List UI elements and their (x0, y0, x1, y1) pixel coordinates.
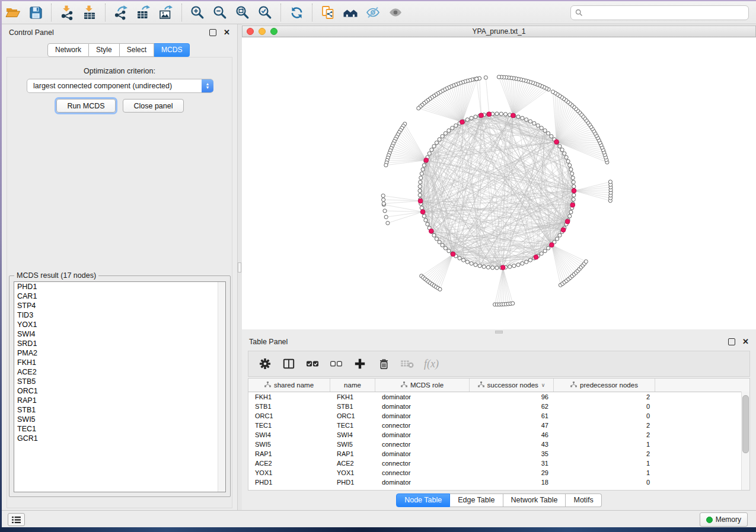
cell-mcds_role[interactable]: dominator (375, 431, 470, 438)
cell-name[interactable]: STB1 (330, 403, 375, 410)
cell-successor_nodes[interactable]: 35 (470, 450, 554, 457)
mcds-result-item[interactable]: TEC1 (14, 424, 225, 434)
float-table-panel-icon[interactable] (728, 338, 735, 345)
memory-button[interactable]: Memory (700, 512, 748, 527)
tab-edge-table[interactable]: Edge Table (450, 493, 503, 507)
mcds-result-item[interactable]: GCR1 (14, 434, 225, 443)
mcds-result-item[interactable]: YOX1 (14, 320, 225, 329)
mcds-result-item[interactable]: PMA2 (14, 348, 225, 358)
table-row[interactable]: ORC1ORC1dominator610 (248, 411, 749, 421)
optimization-criterion-select[interactable]: largest connected component (undirected)… (27, 79, 213, 93)
cell-predecessor_nodes[interactable]: 0 (554, 479, 655, 486)
column-header-shared-name[interactable]: shared name (248, 379, 330, 392)
delete-table-icon[interactable] (400, 357, 414, 371)
cell-name[interactable]: SWI5 (330, 441, 375, 448)
save-session-icon[interactable] (26, 3, 45, 22)
table-vscrollbar-thumb[interactable] (742, 395, 749, 453)
network-view-titlebar[interactable]: YPA_prune.txt_1 (242, 25, 756, 37)
cell-successor_nodes[interactable]: 29 (470, 469, 554, 476)
column-header-successor-nodes[interactable]: successor nodes∨ (470, 379, 554, 392)
close-table-panel-icon[interactable]: ✕ (742, 339, 749, 345)
run-mcds-button[interactable]: Run MCDS (56, 99, 116, 113)
cell-predecessor_nodes[interactable]: 1 (554, 469, 655, 476)
tab-network-table[interactable]: Network Table (503, 493, 566, 507)
zoom-in-icon[interactable] (188, 3, 207, 22)
table-row[interactable]: YOX1YOX1connector291 (248, 468, 749, 477)
tab-network[interactable]: Network (47, 43, 89, 57)
tab-style[interactable]: Style (89, 43, 120, 57)
import-table-icon[interactable] (80, 3, 99, 22)
table-row[interactable]: ACE2ACE2connector311 (248, 459, 749, 468)
table-row[interactable]: SWI4SWI4dominator462 (248, 430, 749, 440)
table-row[interactable]: TEC1TEC1connector472 (248, 421, 749, 430)
tab-node-table[interactable]: Node Table (396, 493, 450, 507)
cell-shared_name[interactable]: SWI4 (248, 431, 330, 438)
refresh-view-icon[interactable] (287, 3, 306, 22)
search-box[interactable] (570, 5, 749, 20)
cell-shared_name[interactable]: FKH1 (248, 393, 330, 400)
tab-select[interactable]: Select (120, 43, 154, 57)
cell-name[interactable]: ORC1 (330, 412, 375, 419)
table-row[interactable]: STB1STB1dominator620 (248, 402, 749, 411)
horizontal-splitter[interactable] (242, 329, 756, 335)
first-neighbors-icon[interactable] (341, 3, 360, 22)
mcds-result-list[interactable]: PHD1CAR1STP4TID3YOX1SWI4SRD1PMA2FKH1ACE2… (14, 281, 226, 492)
mcds-result-item[interactable]: CAR1 (14, 291, 225, 301)
cell-name[interactable]: FKH1 (330, 393, 375, 400)
table-row[interactable]: PHD1PHD1dominator180 (248, 477, 749, 487)
import-network-icon[interactable] (58, 3, 76, 22)
close-panel-button[interactable]: Close panel (123, 99, 184, 113)
hide-selected-icon[interactable] (363, 3, 382, 22)
cell-mcds_role[interactable]: dominator (375, 412, 470, 419)
mcds-result-item[interactable]: SRD1 (14, 339, 225, 348)
cell-predecessor_nodes[interactable]: 0 (554, 412, 655, 419)
table-vscrollbar[interactable] (741, 392, 749, 490)
cell-successor_nodes[interactable]: 46 (470, 431, 554, 438)
cell-predecessor_nodes[interactable]: 0 (554, 403, 655, 410)
cell-predecessor_nodes[interactable]: 1 (554, 460, 655, 467)
cell-name[interactable]: SWI4 (330, 431, 375, 438)
clone-network-icon[interactable] (318, 3, 337, 22)
mcds-result-item[interactable]: PHD1 (14, 282, 225, 291)
cell-successor_nodes[interactable]: 96 (470, 393, 554, 400)
tab-motifs[interactable]: Motifs (566, 493, 601, 507)
sort-menu-icon[interactable]: ∨ (541, 382, 546, 388)
cell-mcds_role[interactable]: connector (375, 460, 470, 467)
cell-mcds_role[interactable]: dominator (375, 450, 470, 457)
zoom-fit-icon[interactable] (233, 3, 252, 22)
cell-name[interactable]: TEC1 (330, 422, 375, 429)
network-graph[interactable] (242, 37, 756, 329)
cell-shared_name[interactable]: ACE2 (248, 460, 330, 467)
cell-name[interactable]: YOX1 (330, 469, 375, 476)
cell-mcds_role[interactable]: connector (375, 441, 470, 448)
cell-mcds_role[interactable]: dominator (375, 403, 470, 410)
show-column-panel-icon[interactable] (282, 357, 296, 371)
column-header-name[interactable]: name (330, 379, 375, 392)
cell-shared_name[interactable]: YOX1 (248, 469, 330, 476)
column-header-predecessor-nodes[interactable]: predecessor nodes (554, 379, 655, 392)
horizontal-splitter-handle[interactable] (495, 331, 503, 334)
table-row[interactable]: FKH1FKH1dominator962 (248, 392, 749, 402)
select-all-rows-icon[interactable] (305, 357, 320, 371)
mcds-result-item[interactable]: ORC1 (14, 386, 225, 396)
mcds-result-item[interactable]: SWI5 (14, 415, 225, 424)
export-image-icon[interactable] (157, 3, 176, 22)
add-column-icon[interactable] (353, 357, 367, 371)
mcds-result-item[interactable]: STB1 (14, 405, 225, 415)
network-canvas[interactable] (242, 37, 756, 329)
cell-predecessor_nodes[interactable]: 2 (554, 450, 655, 457)
open-file-icon[interactable] (4, 3, 23, 22)
table-settings-icon[interactable] (258, 357, 272, 371)
cell-shared_name[interactable]: SWI5 (248, 441, 330, 448)
float-panel-icon[interactable] (209, 29, 216, 36)
mcds-result-item[interactable]: TID3 (14, 310, 225, 320)
cell-name[interactable]: PHD1 (330, 479, 375, 486)
mcds-result-item[interactable]: RAP1 (14, 396, 225, 405)
vertical-splitter-handle[interactable] (238, 262, 241, 273)
tab-mcds[interactable]: MCDS (154, 43, 190, 57)
function-builder-icon[interactable]: f(x) (424, 358, 439, 370)
cell-mcds_role[interactable]: connector (375, 469, 470, 476)
zoom-selected-icon[interactable] (256, 3, 275, 22)
cell-predecessor_nodes[interactable]: 2 (554, 422, 655, 429)
zoom-out-icon[interactable] (210, 3, 229, 22)
